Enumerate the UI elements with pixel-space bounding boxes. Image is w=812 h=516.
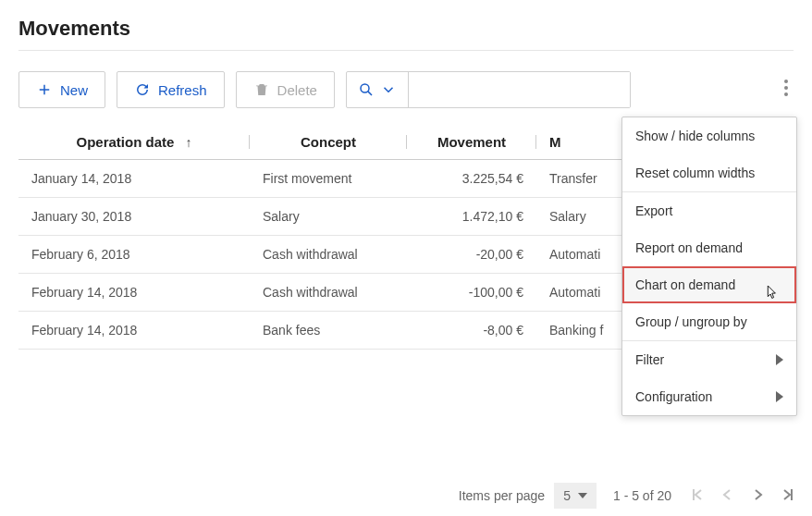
cell-concept: Cash withdrawal	[250, 236, 407, 274]
menu-report-on-demand[interactable]: Report on demand	[622, 229, 796, 266]
sort-asc-icon: ↑	[186, 135, 192, 150]
cell-amount: -20,00 €	[407, 236, 536, 274]
last-page-icon	[781, 488, 794, 501]
cell-amount: 3.225,54 €	[407, 160, 536, 198]
svg-marker-7	[776, 354, 783, 365]
delete-button: Delete	[236, 71, 335, 108]
cell-amount: 1.472,10 €	[407, 198, 536, 236]
cell-concept: Salary	[250, 198, 407, 236]
cell-date: February 14, 2018	[18, 274, 250, 312]
refresh-button-label: Refresh	[158, 82, 207, 98]
cell-concept: Cash withdrawal	[250, 274, 407, 312]
svg-point-6	[784, 92, 788, 96]
search-icon	[358, 81, 375, 98]
context-menu: Show / hide columns Reset column widths …	[621, 117, 797, 416]
table-footer: Items per page 5 1 - 5 of 20	[459, 483, 797, 509]
cell-date: January 30, 2018	[18, 198, 250, 236]
trash-icon	[253, 81, 270, 98]
svg-point-2	[361, 84, 369, 92]
svg-marker-9	[578, 493, 587, 498]
menu-export[interactable]: Export	[622, 192, 796, 229]
col-header-concept[interactable]: Concept	[250, 125, 407, 160]
menu-configuration[interactable]: Configuration	[622, 378, 796, 415]
refresh-button[interactable]: Refresh	[117, 71, 225, 108]
cell-concept: Bank fees	[250, 312, 407, 350]
new-button[interactable]: New	[18, 71, 105, 108]
svg-marker-8	[776, 391, 783, 402]
chevron-right-icon	[776, 354, 783, 365]
menu-chart-on-demand[interactable]: Chart on demand	[622, 266, 796, 303]
cell-date: February 6, 2018	[18, 236, 250, 274]
prev-page-button[interactable]	[718, 485, 738, 508]
toolbar: New Refresh Delete	[18, 71, 794, 108]
items-per-page-select[interactable]: 5	[554, 483, 597, 509]
svg-point-4	[784, 80, 788, 83]
menu-show-hide-columns[interactable]: Show / hide columns	[622, 117, 796, 154]
col-header-movement[interactable]: Movement	[407, 125, 536, 160]
cell-date: January 14, 2018	[18, 160, 250, 198]
menu-reset-widths[interactable]: Reset column widths	[622, 154, 796, 192]
first-page-icon	[692, 488, 705, 501]
delete-button-label: Delete	[277, 82, 317, 98]
menu-filter[interactable]: Filter	[622, 341, 796, 378]
items-per-page-value: 5	[563, 488, 571, 503]
col-header-date[interactable]: Operation date ↑	[18, 125, 250, 160]
first-page-button[interactable]	[688, 485, 708, 508]
menu-group-ungroup[interactable]: Group / ungroup by	[622, 303, 796, 341]
last-page-button[interactable]	[777, 485, 797, 508]
cell-date: February 14, 2018	[18, 312, 250, 350]
more-menu-button[interactable]	[779, 72, 794, 107]
search-input[interactable]	[408, 72, 630, 107]
chevron-left-icon	[721, 488, 734, 501]
divider	[18, 50, 794, 51]
caret-down-icon	[578, 493, 587, 498]
more-vertical-icon	[784, 80, 788, 96]
svg-point-5	[784, 86, 788, 90]
items-per-page-label: Items per page	[459, 488, 545, 503]
chevron-down-icon	[380, 81, 397, 98]
cell-amount: -8,00 €	[407, 312, 536, 350]
svg-line-3	[368, 92, 372, 95]
cell-amount: -100,00 €	[407, 274, 536, 312]
next-page-button[interactable]	[747, 485, 768, 508]
plus-icon	[36, 81, 53, 98]
new-button-label: New	[60, 82, 88, 98]
cell-concept: First movement	[250, 160, 407, 198]
refresh-icon	[134, 81, 151, 98]
page-range: 1 - 5 of 20	[613, 488, 671, 503]
chevron-right-icon	[751, 488, 764, 501]
search-dropdown-button[interactable]	[347, 72, 408, 107]
page-title: Movements	[18, 17, 794, 41]
search-group	[346, 71, 631, 108]
chevron-right-icon	[776, 391, 783, 402]
